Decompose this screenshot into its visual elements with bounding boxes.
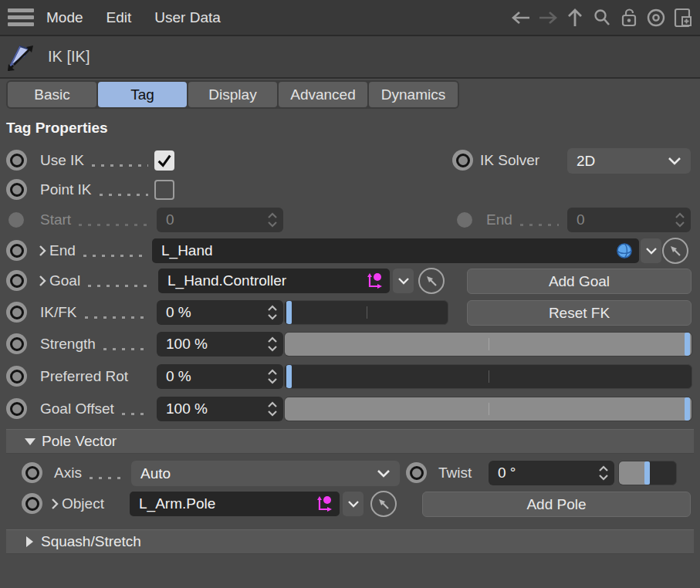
row-goal-offset: Goal Offset 100 %	[0, 395, 700, 423]
slider-handle[interactable]	[286, 365, 292, 388]
tab-basic[interactable]: Basic	[8, 82, 96, 107]
record-icon[interactable]	[646, 8, 666, 28]
axis-labelcell: Axis	[54, 459, 128, 487]
goal-dropdown-button[interactable]	[393, 269, 414, 293]
axis-value: Auto	[140, 465, 171, 482]
preferred-rot-spinner[interactable]: 0 %	[157, 364, 283, 389]
keyframe-circle-icon[interactable]	[406, 462, 427, 483]
end-frame-spinner: 0	[567, 208, 691, 232]
slider-handle[interactable]	[644, 461, 650, 485]
slider-handle[interactable]	[286, 301, 292, 324]
spinner-arrows-icon	[598, 464, 609, 482]
use-ik-checkbox[interactable]	[154, 150, 174, 171]
keyframe-circle-icon[interactable]	[6, 270, 27, 291]
slider-handle[interactable]	[685, 333, 690, 356]
menu-edit[interactable]: Edit	[107, 9, 132, 26]
expander-chevron-icon[interactable]	[39, 275, 46, 287]
object-title-row: IK [IK]	[0, 36, 700, 79]
preferred-rot-value: 0 %	[166, 368, 267, 385]
keyframe-circle-icon[interactable]	[6, 333, 27, 354]
preferred-rot-slider[interactable]	[284, 364, 692, 389]
leader-dots	[88, 285, 151, 287]
slider-tick	[367, 306, 367, 319]
keyframe-circle-icon[interactable]	[22, 462, 42, 483]
chevron-down-icon	[668, 157, 681, 166]
tab-dynamics[interactable]: Dynamics	[369, 82, 458, 107]
twist-spinner[interactable]: 0 °	[489, 461, 614, 485]
search-icon[interactable]	[592, 8, 612, 28]
end-frame-labelcell: End	[486, 206, 563, 234]
start-spinner: 0	[157, 208, 283, 232]
slider-handle[interactable]	[685, 397, 690, 421]
keyframe-circle-icon[interactable]	[6, 240, 27, 261]
use-ik-labelcell: Use IK	[40, 147, 153, 174]
strength-spinner[interactable]: 100 %	[157, 332, 283, 357]
keyframe-circle-icon[interactable]	[6, 302, 27, 323]
hamburger-icon[interactable]	[8, 8, 34, 26]
goal-offset-label: Goal Offset	[40, 400, 114, 417]
goal-offset-slider[interactable]	[284, 397, 692, 421]
menu-user-data[interactable]: User Data	[154, 9, 221, 26]
forward-arrow-icon[interactable]	[538, 8, 558, 28]
strength-value: 100 %	[166, 336, 267, 353]
leader-dots	[90, 477, 123, 479]
back-arrow-icon[interactable]	[511, 8, 531, 28]
end-object-dropdown-button[interactable]	[641, 238, 661, 263]
lock-icon[interactable]	[619, 8, 639, 28]
reset-fk-button[interactable]: Reset FK	[467, 300, 692, 326]
tab-tag[interactable]: Tag	[98, 82, 187, 107]
keyframe-circle-icon	[457, 212, 472, 228]
pick-cursor-icon	[377, 497, 391, 511]
object-title: IK [IK]	[48, 36, 90, 77]
add-pole-button[interactable]: Add Pole	[422, 492, 691, 517]
twist-value: 0 °	[498, 465, 598, 482]
expander-chevron-icon[interactable]	[51, 498, 59, 510]
goal-object-field[interactable]: L_Hand.Controller	[158, 269, 390, 293]
ik-fk-spinner[interactable]: 0 %	[157, 300, 283, 325]
pole-object-dropdown-button[interactable]	[343, 492, 364, 516]
pole-vector-heading: Pole Vector	[42, 433, 117, 450]
tab-advanced[interactable]: Advanced	[279, 82, 367, 107]
ik-solver-dropdown[interactable]: 2D	[567, 148, 691, 174]
ik-solver-labelcell: IK Solver	[480, 147, 562, 174]
leader-dots	[100, 194, 148, 196]
goal-picker-button[interactable]	[418, 268, 445, 294]
twist-slider[interactable]	[618, 461, 677, 485]
squash-stretch-section-header[interactable]: Squash/Stretch	[6, 529, 694, 554]
start-label: Start	[40, 211, 71, 228]
goal-labelcell: Goal	[39, 267, 156, 295]
leader-dots	[83, 255, 148, 257]
pole-object-label: Object	[62, 495, 104, 512]
up-arrow-icon[interactable]	[565, 8, 585, 28]
expander-chevron-icon[interactable]	[39, 245, 46, 257]
end-object-field[interactable]: L_Hand	[152, 238, 639, 263]
strength-slider[interactable]	[284, 332, 692, 357]
tab-display[interactable]: Display	[188, 82, 277, 107]
ik-fk-label: IK/FK	[40, 304, 77, 321]
keyframe-circle-icon[interactable]	[6, 366, 27, 387]
add-goal-button[interactable]: Add Goal	[467, 269, 692, 294]
end-object-label: End	[49, 242, 76, 259]
goal-offset-spinner[interactable]: 100 %	[157, 397, 283, 421]
pole-object-picker-button[interactable]	[370, 491, 397, 517]
point-ik-checkbox[interactable]	[154, 180, 174, 200]
axis-dropdown[interactable]: Auto	[131, 461, 400, 486]
keyframe-circle-icon[interactable]	[6, 398, 27, 419]
chevron-down-icon	[397, 277, 410, 286]
keyframe-circle-icon[interactable]	[6, 150, 27, 171]
pole-vector-section-header[interactable]: Pole Vector	[6, 429, 694, 454]
twist-label: Twist	[438, 465, 472, 482]
point-ik-labelcell: Point IK	[40, 176, 153, 204]
keyframe-circle-icon[interactable]	[22, 493, 42, 514]
keyframe-circle-icon[interactable]	[452, 150, 473, 171]
end-object-value: L_Hand	[161, 242, 213, 259]
strength-label: Strength	[40, 336, 96, 353]
menu-mode[interactable]: Mode	[46, 9, 83, 26]
ik-solver-value: 2D	[577, 153, 595, 170]
end-object-picker-button[interactable]	[662, 238, 688, 264]
new-panel-icon[interactable]	[673, 8, 693, 28]
keyframe-circle-icon[interactable]	[6, 179, 27, 200]
pole-object-field[interactable]: L_Arm.Pole	[130, 492, 340, 516]
attribute-manager-panel: Mode Edit User Data	[0, 0, 700, 588]
ik-fk-slider[interactable]	[284, 300, 448, 325]
